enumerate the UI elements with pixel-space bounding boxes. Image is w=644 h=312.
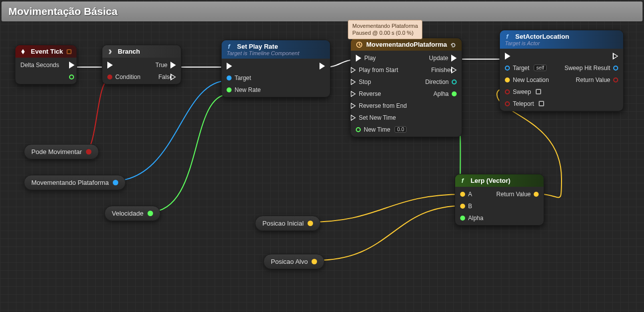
pin-play[interactable]: Play	[356, 54, 407, 62]
exec-in[interactable]	[505, 52, 549, 60]
var-velocidade[interactable]: Velocidade	[104, 206, 161, 221]
pin-finished[interactable]: Finished	[431, 66, 457, 74]
node-header: f Lerp (Vector)	[455, 174, 544, 187]
svg-text:f: f	[228, 43, 231, 50]
advanced-icon	[67, 49, 72, 54]
node-set-play-rate[interactable]: fSet Play Rate Target is Timeline Compon…	[221, 40, 330, 97]
pin-teleport[interactable]: Teleport	[505, 99, 549, 108]
refresh-icon[interactable]	[450, 42, 457, 49]
node-set-actor-location[interactable]: fSetActorLocation Target is Actor Target…	[499, 30, 624, 111]
pin-delta-out[interactable]	[69, 73, 75, 81]
pin-new-time[interactable]: New Time0.0	[356, 125, 407, 134]
node-branch[interactable]: Branch Condition True False	[102, 45, 181, 84]
node-lerp-vector[interactable]: f Lerp (Vector) A B Alpha Return Value	[455, 174, 544, 226]
function-icon: f	[460, 177, 467, 184]
pin-direction[interactable]: Direction	[425, 78, 457, 86]
pin-set-new-time[interactable]: Set New Time	[356, 113, 407, 122]
pin-reverse[interactable]: Reverse	[356, 89, 407, 98]
node-timeline[interactable]: MovementandoPlataforma Play Play from St…	[350, 38, 462, 137]
pin-sweep[interactable]: Sweep	[505, 87, 549, 96]
exec-in[interactable]	[227, 62, 261, 70]
pin-stop[interactable]: Stop	[356, 78, 407, 86]
checkbox[interactable]	[536, 89, 541, 94]
pin-return[interactable]: Return Value	[576, 76, 618, 84]
exec-in[interactable]	[107, 61, 141, 69]
event-icon	[20, 48, 27, 55]
function-icon: f	[505, 33, 512, 40]
var-pode-movimentar[interactable]: Pode Movimentar	[24, 144, 99, 159]
pin-alpha[interactable]: Alpha	[460, 214, 483, 222]
pin-true[interactable]: True	[156, 61, 176, 69]
exec-out[interactable]	[69, 61, 75, 69]
svg-text:f: f	[462, 177, 465, 184]
pin-reverse-from-end[interactable]: Reverse from End	[356, 101, 407, 110]
pin-delta-seconds[interactable]: Delta Seconds	[20, 61, 59, 69]
branch-icon	[107, 48, 114, 55]
pin-condition[interactable]: Condition	[107, 73, 141, 81]
pin-target[interactable]: Targetself	[505, 64, 549, 72]
node-header: MovementandoPlataforma	[351, 38, 462, 51]
pin-return[interactable]: Return Value	[496, 190, 539, 198]
exec-out[interactable]	[320, 62, 325, 70]
node-header: Event Tick	[15, 45, 77, 58]
pin-target[interactable]: Target	[227, 74, 261, 82]
clock-icon	[356, 41, 363, 48]
pin-a[interactable]: A	[460, 190, 483, 198]
function-icon: f	[227, 43, 234, 50]
pin-new-rate[interactable]: New Rate	[227, 85, 261, 94]
var-posicao-alvo[interactable]: Posicao Alvo	[263, 254, 324, 269]
svg-text:f: f	[506, 33, 509, 40]
timeline-tooltip: Movementando Plataforma Paused @ 0.00 s …	[348, 20, 422, 39]
node-event-tick[interactable]: Event Tick Delta Seconds	[15, 45, 77, 84]
node-header: fSetActorLocation Target is Actor	[500, 30, 623, 49]
node-header: fSet Play Rate Target is Timeline Compon…	[222, 40, 330, 59]
pin-alpha[interactable]: Aplha	[433, 89, 457, 98]
pin-update[interactable]: Update	[429, 54, 457, 62]
pin-sweep-hit[interactable]: Sweep Hit Result	[564, 64, 618, 72]
pin-b[interactable]: B	[460, 202, 483, 210]
var-posicao-inicial[interactable]: Posicao Inicial	[255, 216, 321, 231]
checkbox[interactable]	[539, 101, 544, 106]
var-movementando-plataforma[interactable]: Movementando Plataforma	[24, 175, 126, 190]
pin-false[interactable]: False	[159, 73, 176, 81]
node-header: Branch	[102, 45, 181, 58]
graph-title: Movimentação Básica	[8, 5, 117, 17]
graph-header: Movimentação Básica	[1, 1, 643, 21]
pin-new-location[interactable]: New Location	[505, 76, 549, 84]
pin-play-from-start[interactable]: Play from Start	[356, 66, 407, 74]
